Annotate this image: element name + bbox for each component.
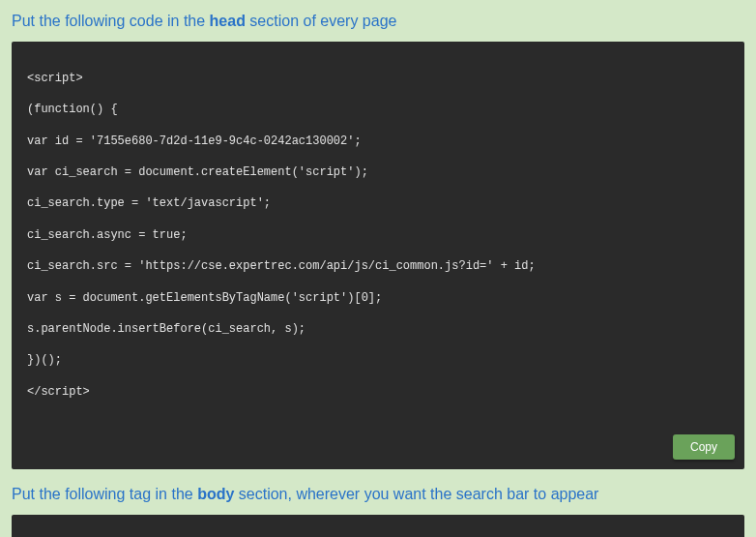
copy-button[interactable]: Copy bbox=[673, 434, 735, 460]
code-line: ci_search.type = 'text/javascript'; bbox=[27, 195, 729, 211]
section2-heading: Put the following tag in the body sectio… bbox=[12, 485, 744, 505]
code-block-search-bar: <ci-search></ci-search> Copy bbox=[12, 515, 744, 537]
code-line: <script> bbox=[27, 71, 729, 86]
heading-text-post: section, wherever you want the search ba… bbox=[234, 486, 598, 502]
code-line: s.parentNode.insertBefore(ci_search, s); bbox=[27, 321, 729, 337]
code-line: </script> bbox=[27, 384, 729, 400]
heading-text-post: section of every page bbox=[246, 13, 397, 29]
heading-text-pre: Put the following tag in the bbox=[12, 486, 197, 502]
code-line: var ci_search = document.createElement('… bbox=[27, 164, 729, 180]
section1-heading: Put the following code in the head secti… bbox=[12, 12, 744, 32]
code-line: ci_search.src = 'https://cse.expertrec.c… bbox=[27, 258, 729, 274]
code-line: var id = '7155e680-7d2d-11e9-9c4c-0242ac… bbox=[27, 134, 729, 149]
code-line: })(); bbox=[27, 352, 729, 368]
heading-text-bold: head bbox=[210, 13, 246, 29]
code-line: ci_search.async = true; bbox=[27, 227, 729, 243]
code-block-head: <script> (function() { var id = '7155e68… bbox=[12, 42, 744, 470]
heading-text-bold: body bbox=[197, 486, 234, 502]
heading-text-pre: Put the following code in the bbox=[12, 13, 210, 29]
code-line: (function() { bbox=[27, 102, 729, 117]
code-line: var s = document.getElementsByTagName('s… bbox=[27, 290, 729, 306]
